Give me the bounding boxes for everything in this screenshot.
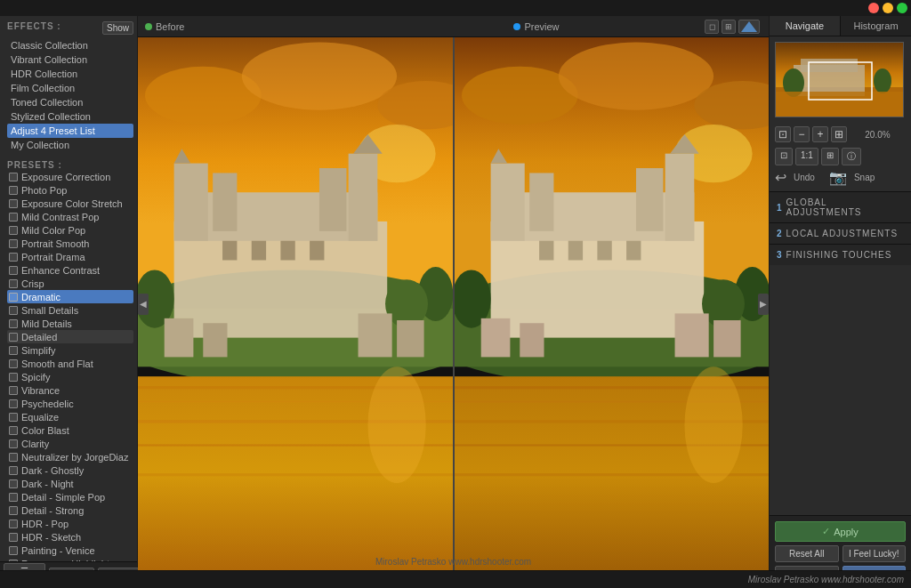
image-area: ◀ (138, 37, 769, 570)
reset-all-button[interactable]: Reset All (775, 545, 839, 562)
preset-photopop[interactable]: Photo Pop (7, 183, 133, 197)
split-view-btn[interactable]: ⊞ (722, 20, 736, 34)
svg-rect-52 (626, 241, 641, 261)
main-layout: EFFECTS : Show Classic Collection Vibran… (0, 16, 911, 588)
preset-simplify[interactable]: Simplify (7, 343, 133, 357)
navigate-histogram-tabs: Navigate Histogram (770, 16, 911, 36)
effect-classic[interactable]: Classic Collection (7, 38, 133, 52)
preset-painting-venice[interactable]: Painting - Venice (7, 544, 133, 557)
preset-exposure-cs[interactable]: Exposure Color Stretch (7, 197, 133, 210)
effect-vibrant[interactable]: Vibrant Collection (7, 52, 133, 67)
maximize-button[interactable] (897, 3, 907, 13)
preset-exposure[interactable]: Exposure Correction (7, 170, 133, 183)
grid-btn[interactable]: ⊞ (821, 148, 839, 165)
snap-label: Snap (854, 173, 875, 182)
apply-button[interactable]: ✓ Apply (775, 521, 906, 542)
before-label-container: Before (145, 21, 184, 32)
preset-spicify[interactable]: Spicify (7, 370, 133, 383)
preset-detailed[interactable]: Detailed (7, 330, 133, 343)
svg-rect-56 (480, 318, 510, 358)
zoom-reset-btn[interactable]: ⊞ (831, 126, 847, 142)
effect-film[interactable]: Film Collection (7, 81, 133, 95)
show-button[interactable]: Show (102, 21, 133, 35)
right-arrow-handle[interactable]: ▶ (758, 294, 769, 315)
preset-dark-night[interactable]: Dark - Night (7, 477, 133, 490)
svg-rect-45 (665, 154, 694, 241)
preset-enhance[interactable]: Enhance Contrast (7, 263, 133, 277)
tab-navigate[interactable]: Navigate (770, 16, 841, 36)
preset-hdr-pop[interactable]: HDR - Pop (7, 517, 133, 530)
before-label: Before (156, 21, 184, 32)
bottom-buttons: Reset All I Feel Lucky! (775, 545, 906, 562)
svg-rect-57 (520, 323, 544, 357)
preset-crisp[interactable]: Crisp (7, 277, 133, 290)
svg-rect-73 (776, 92, 904, 117)
svg-rect-59 (713, 320, 740, 357)
actual-size-btn[interactable]: 1:1 (795, 148, 818, 165)
fit-btn[interactable]: ⊡ (775, 148, 793, 165)
zoom-fit-btn[interactable]: ⊡ (775, 126, 791, 142)
tab-histogram[interactable]: Histogram (841, 16, 911, 36)
zoom-in-btn[interactable]: + (812, 126, 828, 142)
zoom-out-btn[interactable]: − (794, 126, 810, 142)
view-mode-icons: ◻ ⊞ (705, 20, 760, 34)
close-button[interactable] (868, 3, 879, 13)
svg-rect-19 (310, 241, 324, 261)
finishing-touches-header[interactable]: 3 FINISHING TOUCHES (770, 245, 911, 265)
single-view-btn[interactable]: ◻ (705, 20, 719, 34)
svg-point-36 (558, 42, 713, 109)
local-adjustments-section: 2 LOCAL ADJUSTMENTS (770, 222, 911, 244)
preset-small-details[interactable]: Small Details (7, 303, 133, 317)
global-num: 1 (777, 203, 783, 213)
lucky-button[interactable]: I Feel Lucky! (842, 545, 907, 562)
center-panel: Before Preview ◻ ⊞ ◀ (138, 16, 769, 588)
effect-stylized[interactable]: Stylized Collection (7, 109, 133, 124)
effect-hdr[interactable]: HDR Collection (7, 67, 133, 81)
global-adjustments-header[interactable]: 1 GLOBAL ADJUSTMENTS (770, 192, 911, 222)
svg-rect-16 (222, 241, 237, 261)
effects-list: Classic Collection Vibrant Collection HD… (7, 38, 133, 152)
effect-toned[interactable]: Toned Collection (7, 95, 133, 109)
preset-clarity[interactable]: Clarity (7, 437, 133, 450)
preset-mild-color[interactable]: Mild Color Pop (7, 223, 133, 237)
snap-btn[interactable]: 📷 (829, 169, 847, 186)
preset-detail-simplepop[interactable]: Detail - Simple Pop (7, 490, 133, 503)
svg-rect-44 (529, 173, 553, 230)
undo-label: Undo (794, 173, 815, 182)
undo-btn[interactable]: ↩ (775, 169, 786, 186)
nav-thumbnail[interactable] (775, 42, 904, 117)
preset-smooth-flat[interactable]: Smooth and Flat (7, 357, 133, 370)
local-adjustments-header[interactable]: 2 LOCAL ADJUSTMENTS (770, 223, 911, 244)
preset-portrait-drama[interactable]: Portrait Drama (7, 250, 133, 263)
info-btn[interactable]: ⓘ (842, 148, 861, 165)
preset-mild-contrast[interactable]: Mild Contrast Pop (7, 210, 133, 223)
presets-list: Exposure Correction Photo Pop Exposure C… (7, 170, 133, 561)
zoom-controls: ⊡ − + ⊞ 20.0% (770, 123, 911, 146)
svg-point-66 (684, 366, 742, 483)
preset-mild-details[interactable]: Mild Details (7, 317, 133, 330)
svg-rect-43 (490, 164, 524, 241)
preset-neutralizer[interactable]: Neutralizer by JorgeDiaz (7, 450, 133, 463)
navigator-preview (770, 36, 911, 123)
preset-dark-ghostly[interactable]: Dark - Ghostly (7, 463, 133, 477)
effect-adjust4[interactable]: Adjust 4 Preset List (7, 124, 133, 138)
svg-rect-50 (568, 241, 582, 261)
preset-hdr-sketch[interactable]: HDR - Sketch (7, 530, 133, 544)
preview-image-pane (453, 37, 770, 570)
effect-my[interactable]: My Collection (7, 138, 133, 152)
finishing-num: 3 (777, 250, 783, 260)
preset-dramatic[interactable]: Dramatic (7, 290, 133, 303)
preset-detail-strong[interactable]: Detail - Strong (7, 503, 133, 517)
left-panel: EFFECTS : Show Classic Collection Vibran… (0, 16, 138, 588)
status-bar: Miroslav Petrasko www.hdrshooter.com (0, 570, 911, 588)
svg-point-33 (367, 366, 425, 483)
undo-snap-controls: ↩ Undo 📷 Snap (770, 167, 911, 188)
preset-color-blast[interactable]: Color Blast (7, 423, 133, 437)
preset-psychedelic[interactable]: Psychedelic (7, 397, 133, 410)
preset-equalize[interactable]: Equalize (7, 410, 133, 423)
preset-vibrance[interactable]: Vibrance (7, 383, 133, 397)
preset-portrait-smooth[interactable]: Portrait Smooth (7, 237, 133, 250)
minimize-button[interactable] (883, 3, 893, 13)
left-arrow-handle[interactable]: ◀ (138, 294, 149, 315)
presets-section: PRESETS : Exposure Correction Photo Pop … (0, 156, 137, 561)
